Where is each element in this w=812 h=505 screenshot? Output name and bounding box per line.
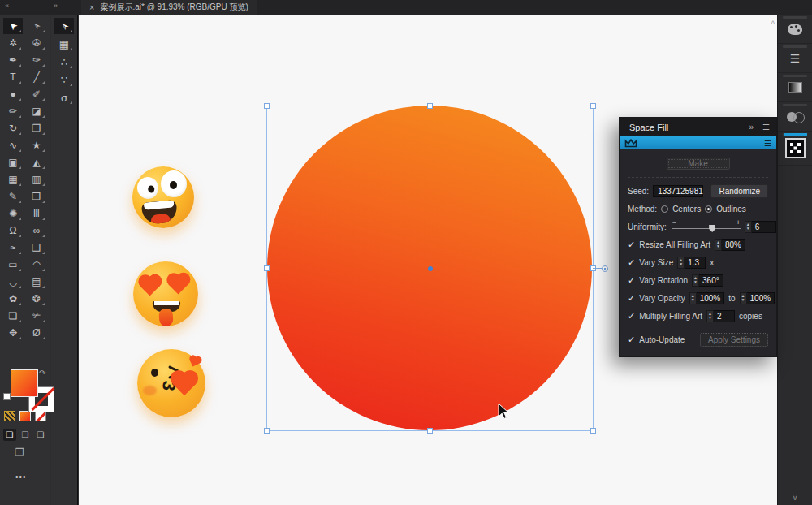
selection-handle[interactable] bbox=[427, 428, 433, 434]
stepper-arrows[interactable]: ▲▼ bbox=[692, 274, 699, 287]
default-swatches-icon[interactable] bbox=[3, 393, 11, 400]
dock-item-space-fill[interactable] bbox=[778, 132, 812, 166]
emoji-surprised[interactable] bbox=[132, 166, 194, 228]
tool-shape-builder[interactable]: ▣ bbox=[3, 154, 23, 170]
dock-item-properties[interactable]: ☰ bbox=[778, 44, 812, 73]
stepper-arrows[interactable]: ▲▼ bbox=[745, 221, 752, 233]
vary-size-value[interactable]: 1.3 bbox=[685, 257, 706, 269]
tool-width[interactable]: ∿ bbox=[3, 137, 23, 153]
stepper-arrows[interactable]: ▲▼ bbox=[706, 310, 714, 322]
tool-glasses[interactable]: ∞ bbox=[27, 222, 46, 239]
tool-lasso[interactable]: ✇ bbox=[27, 35, 46, 51]
tool-eraser[interactable]: ◪ bbox=[27, 103, 46, 119]
tool-page[interactable]: ❏ bbox=[3, 308, 23, 324]
tool-curve[interactable]: ◡ bbox=[3, 274, 23, 290]
seed-input[interactable]: 1337125981 bbox=[653, 185, 703, 197]
canvas-collapse-caret[interactable]: ^ bbox=[771, 19, 775, 28]
draw-normal-button[interactable]: ❏ bbox=[3, 429, 16, 441]
swap-fill-stroke-icon[interactable]: ↷ bbox=[39, 369, 45, 378]
tool-plugin-loop[interactable]: σ bbox=[54, 89, 74, 106]
tool-paintbrush[interactable]: ✐ bbox=[27, 86, 46, 102]
tool-export-artboard[interactable]: ❑ bbox=[27, 240, 46, 256]
plugin-menu-icon[interactable]: ☰ bbox=[764, 139, 771, 148]
tool-wing[interactable]: ✿ bbox=[3, 291, 23, 307]
selection-handle[interactable] bbox=[264, 265, 270, 271]
tool-ellipse[interactable]: ● bbox=[3, 86, 23, 102]
checkbox-auto-update[interactable]: ✓ bbox=[628, 335, 635, 345]
tool-twirl[interactable]: ❂ bbox=[27, 291, 46, 307]
multiply-value[interactable]: 2 bbox=[714, 310, 735, 322]
apply-settings-button[interactable]: Apply Settings bbox=[700, 333, 768, 347]
tool-gradient[interactable]: ▥ bbox=[27, 171, 46, 188]
tool-column-graph[interactable]: Ⅲ bbox=[27, 205, 46, 222]
tool-plugin-direct-select[interactable]: ➢ bbox=[54, 18, 74, 34]
checkbox-multiply[interactable]: ✓ bbox=[628, 311, 635, 322]
selection-handle[interactable] bbox=[590, 428, 596, 434]
tool-plugin-circles[interactable]: ∴ bbox=[54, 54, 74, 70]
tool-knife[interactable]: ✃ bbox=[27, 308, 46, 324]
tool-pen[interactable]: ✒ bbox=[3, 52, 23, 68]
dock-chevron-icon[interactable]: ∨ bbox=[778, 494, 812, 502]
tool-curvature-pen[interactable]: ✑ bbox=[27, 52, 46, 68]
randomize-button[interactable]: Randomize bbox=[710, 184, 768, 198]
dock-item-gradient[interactable] bbox=[778, 73, 812, 102]
centers-option-label[interactable]: Centers bbox=[672, 205, 701, 214]
tool-hand[interactable]: ✥ bbox=[3, 325, 23, 341]
uniformity-value[interactable]: 6 bbox=[752, 221, 776, 233]
tool-selection[interactable]: ➤ bbox=[3, 18, 23, 34]
tool-anchor-point[interactable]: ◠ bbox=[27, 257, 46, 273]
selection-handle[interactable] bbox=[427, 103, 433, 109]
tool-plugin-dotted-grid[interactable]: ▦ bbox=[54, 36, 74, 52]
tool-mesh[interactable]: ▦ bbox=[3, 171, 23, 188]
none-swatch[interactable] bbox=[35, 411, 46, 421]
screen-mode-button[interactable]: ❐ bbox=[15, 447, 24, 459]
toolbar-expand-icon[interactable]: » bbox=[54, 2, 57, 10]
tool-free-transform[interactable]: ★ bbox=[27, 137, 46, 153]
gradient-swatch[interactable] bbox=[19, 411, 31, 421]
selection-handle[interactable] bbox=[590, 103, 596, 109]
tool-wave[interactable]: ≈ bbox=[3, 240, 23, 256]
draw-behind-button[interactable]: ❏ bbox=[19, 429, 32, 441]
stepper-arrows[interactable]: ▲▼ bbox=[740, 292, 747, 304]
tool-shaper[interactable]: ✏ bbox=[3, 103, 23, 119]
selection-handle[interactable] bbox=[264, 428, 270, 434]
dock-item-color[interactable] bbox=[778, 15, 812, 44]
panel-collapse-icon[interactable]: » bbox=[749, 123, 754, 132]
tool-eyedropper[interactable]: ✎ bbox=[3, 188, 23, 205]
resize-value[interactable]: 80% bbox=[722, 239, 745, 251]
tool-blend[interactable]: ❒ bbox=[27, 188, 46, 205]
checkbox-vary-rotation[interactable]: ✓ bbox=[628, 275, 635, 286]
panel-title[interactable]: Space Fill bbox=[620, 123, 668, 132]
tool-direct-selection[interactable]: ➢ bbox=[27, 18, 46, 34]
fill-swatch[interactable] bbox=[11, 369, 38, 397]
tool-type[interactable]: T bbox=[3, 69, 23, 85]
pattern-swatch[interactable] bbox=[4, 411, 15, 421]
vary-opacity-to[interactable]: 100% bbox=[747, 292, 775, 304]
checkbox-vary-opacity[interactable]: ✓ bbox=[628, 293, 635, 304]
tool-artboard[interactable]: ▭ bbox=[3, 257, 23, 273]
stepper-arrows[interactable]: ▲▼ bbox=[689, 292, 697, 304]
stepper-arrows[interactable]: ▲▼ bbox=[715, 239, 722, 251]
selection-center-point[interactable] bbox=[428, 266, 433, 271]
tool-plugin-circles-alt[interactable]: ∵ bbox=[54, 71, 74, 88]
toolbar-collapse-icon[interactable]: « bbox=[5, 2, 8, 10]
tool-rotate[interactable]: ↻ bbox=[3, 120, 23, 136]
emoji-kissing-heart[interactable]: 3 bbox=[137, 349, 205, 417]
tool-symbol-sprayer[interactable]: ✺ bbox=[3, 205, 23, 222]
uniformity-slider[interactable]: − + bbox=[672, 220, 741, 233]
tool-line-segment[interactable]: ╱ bbox=[27, 69, 46, 85]
panel-menu-icon[interactable]: ☰ bbox=[762, 123, 770, 132]
close-icon[interactable]: × bbox=[89, 2, 94, 12]
dock-item-transparency[interactable] bbox=[778, 102, 812, 132]
selection-handle[interactable] bbox=[264, 103, 270, 109]
stepper-arrows[interactable]: ▲▼ bbox=[677, 257, 685, 269]
document-tab[interactable]: × 案例展示.ai* @ 91.93% (RGB/GPU 预览) bbox=[81, 0, 257, 15]
checkbox-vary-size[interactable]: ✓ bbox=[628, 257, 635, 268]
tool-magic-wand[interactable]: ✲ bbox=[3, 35, 23, 51]
edit-toolbar-button[interactable]: ••• bbox=[15, 473, 27, 481]
radio-centers[interactable] bbox=[661, 205, 668, 213]
vary-opacity-from[interactable]: 100% bbox=[697, 292, 725, 304]
slider-handle[interactable] bbox=[709, 225, 715, 232]
tool-zoom[interactable]: Ø bbox=[27, 325, 46, 341]
emoji-heart-eyes-tongue[interactable] bbox=[133, 261, 198, 326]
